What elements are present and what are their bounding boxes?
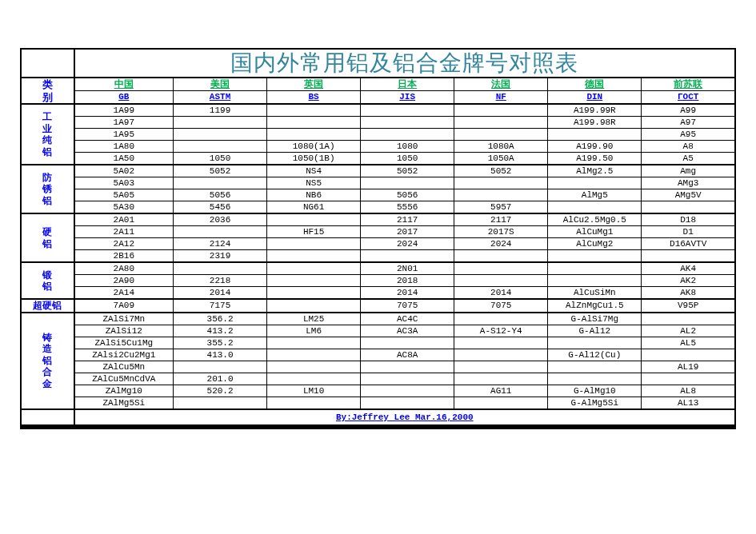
document-page: 国内外常用铝及铝合金牌号对照表类别中国美国英国日本法国德国前苏联GBASTMBS… xyxy=(0,0,756,429)
data-cell: AMg3 xyxy=(642,177,735,189)
standard-header: BS xyxy=(267,91,361,105)
data-cell xyxy=(361,250,454,263)
data-cell xyxy=(642,313,735,325)
data-cell: 2117 xyxy=(361,213,454,226)
data-cell xyxy=(267,262,361,275)
data-cell: G-AlSi7Mg xyxy=(548,313,642,325)
data-cell xyxy=(454,397,548,409)
data-cell xyxy=(642,250,735,263)
data-cell: 1A50 xyxy=(74,153,174,165)
data-cell: ZAlsi2Cu2Mg1 xyxy=(74,349,174,361)
data-cell: 1A80 xyxy=(74,141,174,153)
data-cell: 2117 xyxy=(454,213,548,226)
data-cell: ZAlCu5Mn xyxy=(74,361,174,373)
data-cell: AMg5V xyxy=(642,189,735,201)
country-header: 英国 xyxy=(267,78,361,91)
data-cell: 2B16 xyxy=(74,250,174,263)
category-label: 锻铝 xyxy=(21,262,74,299)
data-cell: 413.0 xyxy=(174,349,267,361)
data-cell: D1 xyxy=(642,226,735,238)
data-cell xyxy=(267,397,361,409)
data-cell xyxy=(548,275,642,287)
data-cell: ZAlCu5MnCdVA xyxy=(74,373,174,385)
data-cell xyxy=(548,373,642,385)
data-cell: 5A05 xyxy=(74,189,174,201)
data-cell xyxy=(454,189,548,201)
data-cell: A99 xyxy=(642,104,735,117)
data-cell: 2124 xyxy=(174,238,267,250)
data-cell: AL5 xyxy=(642,337,735,349)
data-cell xyxy=(642,373,735,385)
data-cell: 5052 xyxy=(174,165,267,177)
data-cell: ZAlMg5Si xyxy=(74,397,174,409)
data-cell: 2A90 xyxy=(74,275,174,287)
data-cell: NS4 xyxy=(267,165,361,177)
data-cell: V95P xyxy=(642,299,735,312)
data-cell xyxy=(548,262,642,275)
title-left-gutter xyxy=(21,49,74,78)
data-cell: 7A09 xyxy=(74,299,174,312)
byline: By:Jeffrey Lee Mar.16,2000 xyxy=(74,409,735,425)
data-cell: 5556 xyxy=(361,201,454,214)
data-cell: D16AVTV xyxy=(642,238,735,250)
data-cell: 7075 xyxy=(361,299,454,312)
data-cell: 5052 xyxy=(361,165,454,177)
data-cell: G-AlMg5Si xyxy=(548,397,642,409)
data-cell: AL19 xyxy=(642,361,735,373)
country-header: 德国 xyxy=(548,78,642,91)
data-cell: A199.99R xyxy=(548,104,642,117)
country-header: 日本 xyxy=(361,78,454,91)
data-cell: 2A14 xyxy=(74,287,174,300)
data-cell: LM6 xyxy=(267,325,361,337)
data-cell: A95 xyxy=(642,129,735,141)
data-cell: G-Al12(Cu) xyxy=(548,349,642,361)
data-cell xyxy=(174,117,267,129)
data-cell xyxy=(361,104,454,117)
data-cell xyxy=(267,299,361,312)
data-cell xyxy=(361,117,454,129)
data-cell: 7175 xyxy=(174,299,267,312)
data-cell: 2036 xyxy=(174,213,267,226)
data-cell xyxy=(174,141,267,153)
data-cell xyxy=(454,349,548,361)
data-cell xyxy=(642,349,735,361)
data-cell: 1050 xyxy=(174,153,267,165)
data-cell xyxy=(361,373,454,385)
data-cell xyxy=(174,262,267,275)
data-cell: 413.2 xyxy=(174,325,267,337)
data-cell: LM25 xyxy=(267,313,361,325)
data-cell: AlMg2.5 xyxy=(548,165,642,177)
data-cell: 1A95 xyxy=(74,129,174,141)
data-cell: AL13 xyxy=(642,397,735,409)
data-cell xyxy=(454,262,548,275)
data-cell: 2A12 xyxy=(74,238,174,250)
country-header: 中国 xyxy=(74,78,174,91)
data-cell: 520.2 xyxy=(174,385,267,397)
data-cell: AlCu2.5Mg0.5 xyxy=(548,213,642,226)
data-cell: 1080A xyxy=(454,141,548,153)
data-cell: AC4C xyxy=(361,313,454,325)
data-cell: 2014 xyxy=(454,287,548,300)
data-cell: AlCuMg1 xyxy=(548,226,642,238)
data-cell xyxy=(361,397,454,409)
data-cell: A-S12-Y4 xyxy=(454,325,548,337)
data-cell xyxy=(174,177,267,189)
bottom-rule xyxy=(21,425,735,428)
data-cell xyxy=(174,397,267,409)
data-cell: 201.0 xyxy=(174,373,267,385)
data-cell xyxy=(548,177,642,189)
data-cell: LM10 xyxy=(267,385,361,397)
data-cell xyxy=(267,287,361,300)
byline-gutter xyxy=(21,409,74,425)
standard-header: DIN xyxy=(548,91,642,105)
data-cell: A8 xyxy=(642,141,735,153)
standard-header: GB xyxy=(74,91,174,105)
data-cell: 2024 xyxy=(454,238,548,250)
data-cell: G-AlMg10 xyxy=(548,385,642,397)
data-cell: 7075 xyxy=(454,299,548,312)
data-cell: AC3A xyxy=(361,325,454,337)
data-cell: AlZnMgCu1.5 xyxy=(548,299,642,312)
data-cell xyxy=(361,177,454,189)
standard-header: ГОСТ xyxy=(642,91,735,105)
data-cell: 1A97 xyxy=(74,117,174,129)
